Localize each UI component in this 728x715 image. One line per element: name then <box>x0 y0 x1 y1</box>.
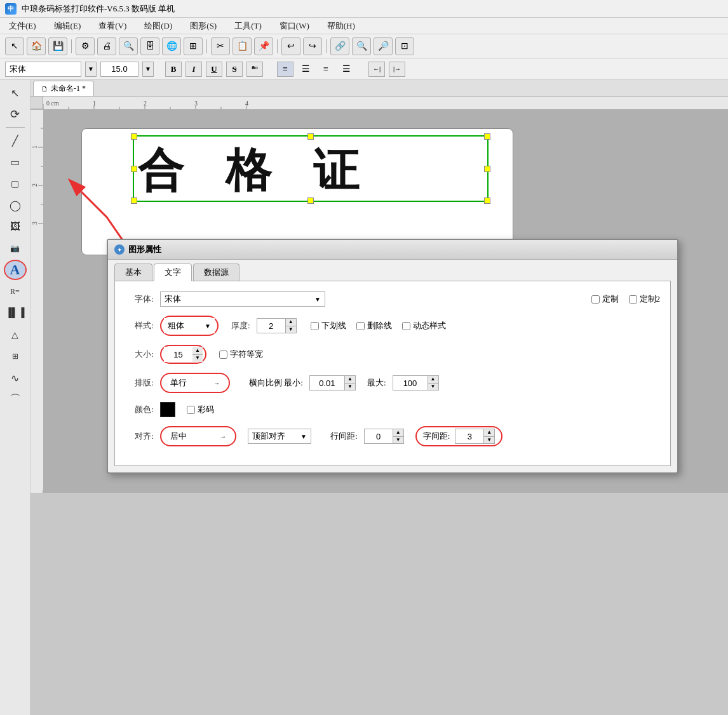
underline-btn[interactable]: U <box>206 62 222 77</box>
handle-bl[interactable] <box>131 197 137 204</box>
tab-text[interactable]: 文字 <box>154 264 192 281</box>
customize2-cb[interactable]: 定制2 <box>629 293 661 305</box>
handle-tl[interactable] <box>131 133 137 140</box>
color-code-cb[interactable]: 彩码 <box>187 404 214 415</box>
grid-btn[interactable]: ⊞ <box>184 37 203 55</box>
style-dropdown[interactable]: 粗体 ▼ <box>164 318 215 333</box>
menu-view[interactable]: 查看(V) <box>95 19 130 33</box>
cursor-tool-btn[interactable]: ↖ <box>5 37 24 55</box>
indent-btn[interactable]: ←| <box>368 62 385 77</box>
image-tool[interactable]: 🖼 <box>4 217 27 237</box>
tab-datasource[interactable]: 数据源 <box>193 264 239 281</box>
home-btn[interactable]: 🏠 <box>27 37 46 55</box>
font-dropdown[interactable]: 宋体 ▼ <box>160 291 325 307</box>
active-tab[interactable]: 🗋 未命名-1 * <box>33 81 94 96</box>
label-text[interactable]: 合 格 证 <box>138 140 374 201</box>
ratio-max-input[interactable] <box>393 375 428 391</box>
fixed-width-cb[interactable]: 字符等宽 <box>219 349 263 360</box>
ratio-min-up[interactable]: ▲ <box>345 376 355 384</box>
customize-checkbox[interactable] <box>591 295 600 304</box>
menu-file[interactable]: 文件(E) <box>5 19 40 33</box>
handle-tm[interactable] <box>307 133 314 140</box>
char-spacing-input[interactable] <box>455 429 483 444</box>
customize-cb[interactable]: 定制 <box>591 293 619 305</box>
globe-btn[interactable]: 🌐 <box>162 37 181 55</box>
underline-cb[interactable]: 下划线 <box>311 320 346 331</box>
fixed-width-checkbox[interactable] <box>219 351 227 359</box>
rounded-rect-tool[interactable]: ▢ <box>4 173 27 194</box>
align-center-btn[interactable]: ☰ <box>297 62 314 77</box>
font-size-input[interactable] <box>100 62 138 77</box>
arc-tool[interactable]: ⌒ <box>4 389 27 410</box>
zoom2-btn[interactable]: 🔎 <box>374 37 393 55</box>
dynamic-checkbox[interactable] <box>402 322 410 330</box>
font-name-input[interactable]: 宋体 <box>5 62 81 77</box>
menu-shape[interactable]: 图形(S) <box>186 19 220 33</box>
rect-tool[interactable]: ▭ <box>4 152 27 172</box>
handle-mr[interactable] <box>484 166 490 172</box>
menu-draw[interactable]: 绘图(D) <box>140 19 176 33</box>
ratio-max-down[interactable]: ▼ <box>428 384 438 391</box>
italic-btn[interactable]: I <box>185 62 202 77</box>
select-tool[interactable]: ↖ <box>4 83 27 103</box>
menu-window[interactable]: 窗口(W) <box>276 19 313 33</box>
canvas-area[interactable]: 🗋 未命名-1 * 0 cm 1 2 3 <box>30 80 728 715</box>
bold-btn[interactable]: B <box>165 62 182 77</box>
print-btn[interactable]: 🖨 <box>97 37 116 55</box>
char-spacing-down[interactable]: ▼ <box>484 437 494 444</box>
handle-br[interactable] <box>484 197 490 204</box>
thickness-down[interactable]: ▼ <box>286 326 296 333</box>
db-btn[interactable]: 🗄 <box>140 37 159 55</box>
ratio-max-up[interactable]: ▲ <box>428 376 438 384</box>
save-btn[interactable]: 💾 <box>48 37 67 55</box>
color-code-checkbox[interactable] <box>187 406 195 414</box>
align-dropdown[interactable]: 居中 → <box>166 429 230 444</box>
strikethrough-btn[interactable]: S <box>226 62 243 77</box>
size-down[interactable]: ▼ <box>192 355 203 363</box>
strikethrough-checkbox[interactable] <box>356 322 365 330</box>
menu-help[interactable]: 帮助(H) <box>323 19 359 33</box>
special-btn[interactable]: ᵃ° <box>246 62 263 77</box>
ratio-min-down[interactable]: ▼ <box>345 384 355 391</box>
formula-tool[interactable]: R= <box>4 281 27 302</box>
top-align-dropdown[interactable]: 顶部对齐 ▼ <box>248 429 311 444</box>
search-btn[interactable]: 🔍 <box>352 37 371 55</box>
size-input[interactable] <box>164 347 192 362</box>
dynamic-cb[interactable]: 动态样式 <box>402 320 446 331</box>
line-tool[interactable]: ╱ <box>4 130 27 150</box>
menu-edit[interactable]: 编辑(E) <box>50 19 85 33</box>
ratio-min-input[interactable] <box>309 375 344 391</box>
size-up[interactable]: ▲ <box>192 347 203 355</box>
link-btn[interactable]: 🔗 <box>330 37 349 55</box>
text-tool[interactable]: A <box>4 260 27 280</box>
char-spacing-up[interactable]: ▲ <box>484 429 494 437</box>
customize2-checkbox[interactable] <box>629 295 637 304</box>
shape-tool[interactable]: △ <box>4 324 27 345</box>
barcode-tool[interactable]: ▐▌▐ <box>4 303 27 323</box>
curve-tool[interactable]: ∿ <box>4 368 27 388</box>
redo-btn[interactable]: ↪ <box>303 37 322 55</box>
line-spacing-down[interactable]: ▼ <box>393 437 403 444</box>
handle-tr[interactable] <box>484 133 490 140</box>
color-swatch[interactable] <box>160 402 175 417</box>
layout-dropdown[interactable]: 单行 → <box>166 375 224 391</box>
thickness-input[interactable] <box>257 318 285 333</box>
paste-btn[interactable]: 📌 <box>254 37 273 55</box>
thickness-up[interactable]: ▲ <box>286 319 296 326</box>
outdent-btn[interactable]: |→ <box>389 62 405 77</box>
copy-btn[interactable]: 📋 <box>233 37 252 55</box>
image2-tool[interactable]: 📷 <box>4 238 27 258</box>
align-left-btn[interactable]: ≡ <box>277 62 293 77</box>
tab-basic[interactable]: 基本 <box>114 264 152 281</box>
strikethrough-cb[interactable]: 删除线 <box>356 320 392 331</box>
align-right-btn[interactable]: ≡ <box>318 62 334 77</box>
underline-checkbox[interactable] <box>311 322 319 330</box>
font-name-dropdown[interactable]: ▼ <box>85 62 97 77</box>
ellipse-tool[interactable]: ◯ <box>4 195 27 215</box>
font-size-dropdown[interactable]: ▼ <box>142 62 154 77</box>
table-tool[interactable]: ⊞ <box>4 346 27 366</box>
lasso-tool[interactable]: ⟳ <box>4 104 27 124</box>
zoom-btn[interactable]: 🔍 <box>119 37 138 55</box>
line-spacing-up[interactable]: ▲ <box>393 429 403 437</box>
undo-btn[interactable]: ↩ <box>281 37 300 55</box>
